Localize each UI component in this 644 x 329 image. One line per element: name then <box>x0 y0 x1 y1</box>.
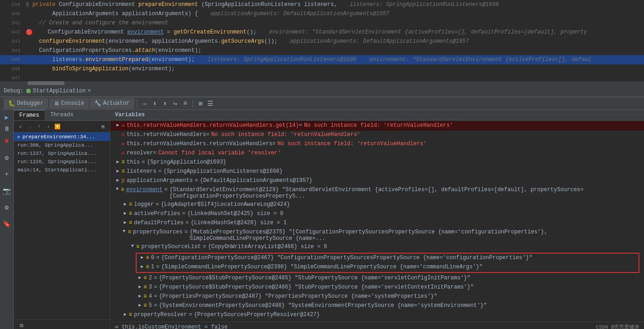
var-row-logger[interactable]: ▶ ≡ logger = {LogAdapter$Slf4jLocationAw… <box>110 200 644 210</box>
var-row-listeners[interactable]: ▶ ≡ listeners = {SpringApplicationRunLis… <box>110 167 644 176</box>
var-val-item-0: {ConfigurationPropertySource@2467} "Conf… <box>161 255 533 261</box>
frames-panel: Frames Threads ✓ … ↑ ↓ 🔽 ⊞ ▶prepareEnvir… <box>14 110 110 329</box>
var-val-item-5: {SystemEnvironmentPropertySource@2488} "… <box>159 302 487 309</box>
frame-item-1[interactable]: run:308, SpringApplica... <box>14 141 110 149</box>
debug-run-cursor-btn[interactable]: ↪ <box>171 99 180 108</box>
frame-item-2[interactable]: run:1237, SpringApplica... <box>14 149 110 158</box>
bookmark-btn[interactable]: 🔖 <box>1 218 12 229</box>
code-line-343: 343 configureEnvironment(environment, ap… <box>0 37 644 46</box>
actuator-label: Actuator <box>103 100 130 107</box>
var-row-propertyresolver[interactable]: ▶ ≡ propertyResolver = {PropertySourcesP… <box>110 311 644 320</box>
frames-up-btn[interactable]: ↑ <box>35 122 43 130</box>
var-name-propertyresolver: propertyResolver <box>134 312 187 318</box>
code-line-346: 346 bindToSpringApplication(environment)… <box>0 64 644 74</box>
code-line-340: 340 ApplicationArguments applicationArgu… <box>0 9 644 18</box>
var-name-error-1: this.returnValueHandlers.returnValueHand… <box>126 122 299 129</box>
settings-btn[interactable]: ⚙ <box>1 152 12 163</box>
var-row-error-4[interactable]: ⊖ resolver = Cannot find local variable … <box>110 149 644 158</box>
var-row-item-4[interactable]: ▶ ≡ 4 = {PropertiesPropertySource@2487} … <box>110 292 644 301</box>
frames-dots-btn[interactable]: … <box>26 122 34 130</box>
var-name-appargs: applicationArguments <box>126 177 193 184</box>
var-name-item-1: 1 <box>151 264 154 270</box>
var-row-appargs[interactable]: ▶ p applicationArguments = {DefaultAppli… <box>110 176 644 186</box>
frames-down-btn[interactable]: ↓ <box>44 122 52 130</box>
param-icon-appargs: p <box>121 177 125 184</box>
debug-step-over-btn[interactable]: ⇨ <box>140 99 150 108</box>
code-line-339: 339 @ private ConfigurableEnvironment pr… <box>0 0 644 9</box>
var-row-this[interactable]: ▶ ≡ this = {SpringApplication@1693} <box>110 158 644 167</box>
var-row-item-1[interactable]: ▶ ≡ 1 = {SimpleCommandLinePropertySource… <box>137 263 638 272</box>
var-row-propertysourcelist[interactable]: ▼ ≡ propertySourceList = {CopyOnWriteArr… <box>110 243 644 252</box>
var-row-item-2[interactable]: ▶ ≡ 2 = {PropertySource$StubPropertySour… <box>110 274 644 283</box>
var-row-propertysources[interactable]: ▼ ≡ propertySources = {MutablePropertySo… <box>110 228 644 243</box>
var-row-error-1[interactable]: ▶ ⊖ this.returnValueHandlers.returnValue… <box>110 121 644 130</box>
var-row-defaultprofiles[interactable]: ▶ ≡ defaultProfiles = {LinkedHashSet@242… <box>110 219 644 228</box>
frames-list: ▶prepareEnvironment:34... run:308, Sprin… <box>14 132 110 319</box>
copy-frames-btn[interactable]: ⧉ <box>17 322 26 329</box>
field-icon-propertysources: ≡ <box>128 229 131 235</box>
var-name-listeners: listeners <box>126 168 156 175</box>
stop-btn[interactable]: ■ <box>1 136 12 147</box>
var-val-propertyresolver: {PropertySourcesPropertyResolver@2427} <box>194 312 320 318</box>
tab-frames[interactable]: Frames <box>14 110 45 120</box>
pause-btn[interactable]: ⏸ <box>1 124 12 135</box>
frames-filter-btn[interactable]: 🔽 <box>53 122 62 130</box>
var-row-item-0[interactable]: ▶ ≡ 0 = {ConfigurationPropertySource@246… <box>137 254 638 263</box>
frames-tabs: Frames Threads <box>14 110 110 121</box>
debug-label: Debug: <box>4 88 23 94</box>
session-app-name: StartApplication <box>33 88 86 94</box>
error-icon-4: ⊖ <box>121 150 125 157</box>
frames-filter2-btn[interactable]: ⊞ <box>99 122 107 130</box>
session-close-icon[interactable]: × <box>87 88 91 94</box>
var-val-listeners: {SpringApplicationRunListeners@1698} <box>163 168 282 175</box>
camera-btn[interactable]: 📷 <box>1 185 12 196</box>
tab-threads[interactable]: Threads <box>45 110 79 120</box>
debug-toolbar: 🐛 Debugger 🖥 Console 🔧 Actuator ⇨ ⬇ ⬆ ↪ … <box>0 97 644 110</box>
var-name-activeprofiles: activeProfiles <box>134 210 180 217</box>
var-row-activeprofiles[interactable]: ▶ ≡ activeProfiles = {LinkedHashSet@2425… <box>110 210 644 219</box>
var-val-this: {SpringApplication@1693} <box>147 159 226 165</box>
error-icon-3: ⊖ <box>121 141 125 147</box>
frame-item-4[interactable]: main:14, StartApplicati... <box>14 166 110 174</box>
field-icon-listeners: ≡ <box>121 168 125 175</box>
field-icon-this: ≡ <box>121 159 125 165</box>
toolbar-separator-2 <box>193 99 193 108</box>
var-row-environment[interactable]: ▼ ≡ environment = {StandardServletEnviro… <box>110 186 644 200</box>
var-row-item-3[interactable]: ▶ ≡ 3 = {PropertySource$StubPropertySour… <box>110 283 644 292</box>
var-row-error-2[interactable]: ⊖ this.returnValueHandlers = No such ins… <box>110 130 644 140</box>
var-row-item-5[interactable]: ▶ ≡ 5 = {SystemEnvironmentPropertySource… <box>110 301 644 311</box>
code-line-345: 345 listeners.environmentPrepared(enviro… <box>0 55 644 64</box>
debug-step-out-btn[interactable]: ⬆ <box>161 99 170 108</box>
field-icon-item-5: ≡ <box>144 302 147 309</box>
code-line-341: 341 // Create and configure the environm… <box>0 18 644 28</box>
debug-evaluate-btn[interactable]: ≡ <box>181 99 190 108</box>
var-row-error-3[interactable]: ⊖ this.returnValueHandlers.returnValueHa… <box>110 140 644 149</box>
resume-btn[interactable]: ▶ <box>1 112 12 123</box>
field-icon-logger: ≡ <box>129 201 132 208</box>
tab-debugger[interactable]: 🐛 Debugger <box>4 98 48 109</box>
field-icon-environment: ≡ <box>121 187 124 193</box>
variables-panel: Variables ▶ ⊖ this.returnValueHandlers.r… <box>110 110 644 329</box>
var-val-error-2: No such instance field: 'returnValueHand… <box>211 131 360 138</box>
var-name-this: this <box>126 159 140 165</box>
console-label: Console <box>61 100 84 107</box>
tab-actuator[interactable]: 🔧 Actuator <box>90 98 134 109</box>
frame-item-3[interactable]: run:1226, SpringApplica... <box>14 158 110 166</box>
var-val-appargs: {DefaultApplicationArguments@1957} <box>200 177 312 184</box>
tab-console[interactable]: 🖥 Console <box>49 98 89 109</box>
var-val-propertysourcelist: {CopyOnWriteArrayList@2466} size = 6 <box>208 244 327 250</box>
frames-check-btn[interactable]: ✓ <box>17 122 25 130</box>
error-icon-1: ⊖ <box>121 122 125 129</box>
debug-threads-btn[interactable]: ☰ <box>206 99 215 108</box>
gear-btn[interactable]: ⚙ <box>1 202 12 213</box>
debug-main: ▶ ⏸ ■ ⚙ + 📷 ⚙ 🔖 Frames Threads ✓ … ↑ ↓ 🔽… <box>0 110 644 329</box>
var-name-item-4: 4 <box>149 293 152 300</box>
frames-toolbar: ✓ … ↑ ↓ 🔽 ⊞ <box>14 121 110 132</box>
icon-bar: ▶ ⏸ ■ ⚙ + 📷 ⚙ 🔖 <box>0 110 14 329</box>
debug-step-into-btn[interactable]: ⬇ <box>150 99 160 108</box>
add-watch-btn[interactable]: + <box>1 169 12 180</box>
var-name-item-5: 5 <box>149 302 152 309</box>
frame-item-0[interactable]: ▶prepareEnvironment:34... <box>14 132 110 141</box>
var-name-error-3: this.returnValueHandlers.returnValueHand… <box>126 141 272 147</box>
debug-frames-btn[interactable]: ⊞ <box>196 99 205 108</box>
